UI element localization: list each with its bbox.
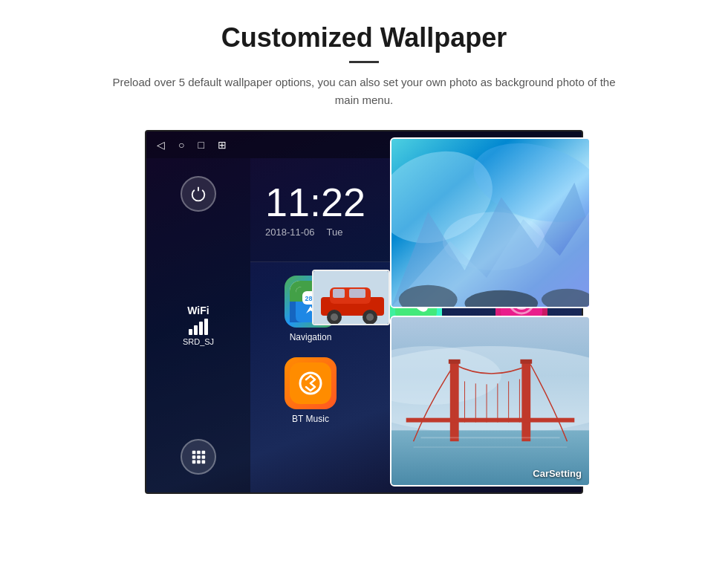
page-title: Customized Wallpaper: [59, 22, 669, 53]
svg-rect-7: [197, 461, 201, 464]
svg-rect-2: [202, 451, 206, 455]
svg-rect-4: [197, 455, 201, 459]
left-sidebar: WiFi SRD_SJ: [146, 158, 250, 492]
svg-rect-1: [197, 451, 201, 455]
svg-rect-57: [333, 289, 345, 298]
wifi-bar-1: [189, 329, 192, 335]
svg-rect-66: [520, 359, 532, 364]
wifi-bar-4: [204, 319, 208, 335]
wallpaper-ice[interactable]: [390, 137, 591, 308]
app-label-navigation: Navigation: [290, 332, 332, 342]
svg-rect-64: [521, 361, 530, 441]
wallpaper-car-small: [312, 270, 390, 325]
title-divider: [349, 61, 379, 63]
wifi-bar-3: [199, 322, 203, 335]
svg-rect-58: [349, 289, 365, 298]
apps-button[interactable]: [181, 439, 216, 475]
svg-point-54: [331, 313, 338, 321]
wallpaper-bridge[interactable]: CarSetting: [390, 316, 591, 486]
main-content: ◁ ○ □ ⊞ ♦ ▲ 11:22: [0, 123, 728, 494]
wallpaper-stack: CarSetting: [360, 123, 591, 509]
page-subtitle: Preload over 5 default wallpaper options…: [111, 74, 617, 109]
screenshot-icon[interactable]: ⊞: [218, 139, 227, 151]
svg-point-56: [366, 313, 374, 321]
page-header: Customized Wallpaper Preload over 5 defa…: [0, 0, 728, 123]
svg-rect-0: [192, 451, 196, 455]
svg-rect-6: [192, 461, 196, 464]
power-button[interactable]: [181, 176, 216, 212]
carsetting-label: CarSetting: [533, 468, 582, 479]
date-value: 2018-11-06: [265, 227, 315, 238]
wifi-label: WiFi: [183, 305, 214, 316]
wifi-bars: [183, 319, 214, 335]
home-icon[interactable]: ○: [178, 139, 184, 151]
bt-music-icon: [285, 357, 337, 409]
svg-rect-65: [449, 359, 461, 364]
content-wrapper: ◁ ○ □ ⊞ ♦ ▲ 11:22: [145, 130, 583, 494]
wifi-widget: WiFi SRD_SJ: [183, 305, 214, 346]
nav-icons: ◁ ○ □ ⊞: [157, 139, 227, 151]
wifi-bar-2: [194, 325, 198, 335]
app-label-bt-music: BT Music: [292, 414, 329, 424]
app-item-bt-music[interactable]: BT Music: [258, 350, 363, 432]
back-icon[interactable]: ◁: [157, 139, 165, 151]
wifi-ssid: SRD_SJ: [183, 337, 214, 346]
day-value: Tue: [327, 227, 343, 238]
recent-icon[interactable]: □: [198, 139, 204, 151]
svg-rect-3: [192, 455, 196, 459]
svg-rect-67: [406, 418, 575, 423]
page-wrapper: Customized Wallpaper Preload over 5 defa…: [0, 0, 728, 494]
svg-rect-8: [202, 461, 206, 464]
svg-rect-5: [202, 455, 206, 459]
